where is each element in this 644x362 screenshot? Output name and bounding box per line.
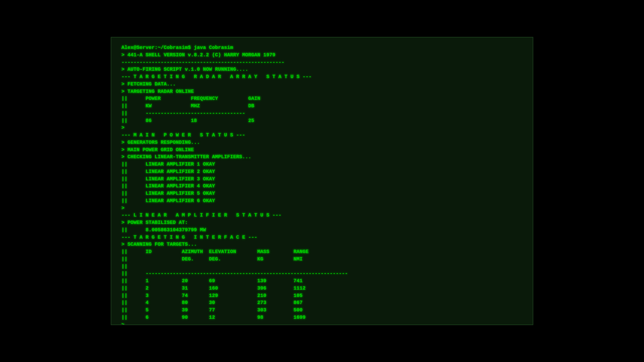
terminal-content[interactable]: Alex@Server:~/Cobrasim$ java Cobrasim > … (121, 44, 523, 325)
terminal-window: Alex@Server:~/Cobrasim$ java Cobrasim > … (111, 37, 533, 325)
